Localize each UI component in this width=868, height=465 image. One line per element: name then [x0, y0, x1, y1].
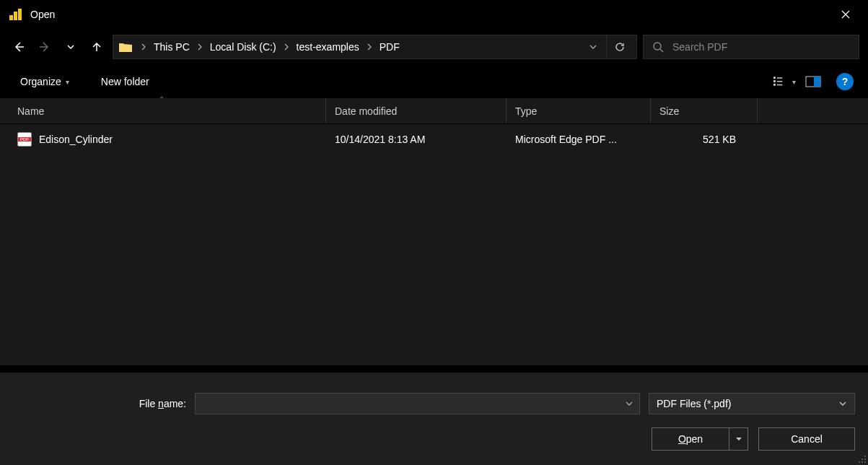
caret-down-icon: ▾ [792, 78, 796, 86]
svg-rect-13 [814, 77, 820, 87]
new-folder-button[interactable]: New folder [95, 73, 155, 90]
svg-point-5 [654, 43, 661, 50]
caret-down-icon: ▾ [66, 78, 69, 86]
filename-combobox[interactable] [195, 393, 640, 414]
address-dropdown[interactable] [583, 43, 603, 51]
filename-label: File name: [13, 398, 186, 409]
svg-rect-6 [773, 77, 776, 79]
chevron-right-icon[interactable] [196, 43, 204, 51]
column-header-size[interactable]: Size [651, 98, 758, 123]
file-name: Edison_Cylinder [39, 134, 113, 145]
forward-button[interactable] [35, 37, 55, 57]
search-input[interactable] [672, 41, 850, 53]
chevron-down-icon[interactable] [625, 399, 634, 408]
filter-label: PDF Files (*.pdf) [657, 398, 731, 409]
file-type-filter[interactable]: PDF Files (*.pdf) [649, 393, 855, 414]
file-date: 10/14/2021 8:13 AM [326, 134, 507, 145]
filename-input[interactable] [201, 398, 634, 409]
resize-grip-icon[interactable] [858, 455, 867, 464]
search-box[interactable] [643, 35, 859, 59]
svg-point-19 [859, 461, 860, 463]
file-size: 521 KB [651, 134, 758, 145]
file-name-cell: PDF Edison_Cylinder [0, 132, 326, 147]
cancel-button[interactable]: Cancel [758, 427, 855, 451]
breadcrumb-segment[interactable]: This PC [151, 35, 193, 58]
column-header-type[interactable]: Type [507, 98, 651, 123]
svg-rect-8 [773, 84, 776, 86]
column-header-date[interactable]: Date modified [326, 98, 507, 123]
title-bar: Open [0, 0, 868, 29]
address-bar[interactable]: This PC Local Disk (C:) test-examples PD… [113, 35, 637, 59]
refresh-button[interactable] [606, 35, 632, 58]
svg-point-17 [864, 461, 866, 463]
chevron-right-icon[interactable] [282, 43, 291, 51]
chevron-right-icon[interactable] [365, 43, 374, 51]
svg-point-14 [864, 456, 866, 457]
sort-indicator-icon: ⌃ [159, 95, 165, 103]
chevron-down-icon [838, 399, 847, 408]
open-button[interactable]: Open [652, 427, 729, 451]
organize-button[interactable]: Organize ▾ [14, 73, 75, 90]
svg-rect-4 [9, 15, 13, 20]
svg-rect-10 [777, 81, 783, 82]
chevron-right-icon[interactable] [139, 43, 148, 51]
footer: File name: PDF Files (*.pdf) Open Cancel [0, 373, 868, 465]
help-label: ? [842, 76, 849, 87]
help-button[interactable]: ? [836, 73, 854, 90]
organize-label: Organize [20, 76, 61, 87]
breadcrumb-segment[interactable]: PDF [377, 35, 403, 58]
column-headers: Name ⌃ Date modified Type Size [0, 98, 868, 124]
file-list: Name ⌃ Date modified Type Size PDF Ediso… [0, 98, 868, 365]
svg-point-16 [862, 459, 863, 460]
back-button[interactable] [9, 37, 29, 57]
breadcrumb-segment[interactable]: test-examples [294, 35, 362, 58]
svg-point-15 [864, 459, 866, 460]
view-options-button[interactable]: ▾ [773, 71, 796, 92]
file-row[interactable]: PDF Edison_Cylinder 10/14/2021 8:13 AM M… [0, 124, 868, 155]
column-header-spacer [758, 98, 868, 123]
breadcrumb-segment[interactable]: Local Disk (C:) [207, 35, 279, 58]
search-icon [652, 41, 664, 53]
recent-locations-button[interactable] [61, 37, 81, 57]
svg-rect-11 [777, 84, 783, 85]
svg-point-18 [862, 461, 863, 463]
new-folder-label: New folder [101, 76, 149, 87]
toolbar: Organize ▾ New folder ▾ ? [0, 65, 868, 98]
svg-rect-2 [18, 9, 22, 20]
svg-rect-9 [777, 77, 783, 78]
pdf-file-icon: PDF [17, 132, 32, 147]
svg-rect-7 [773, 80, 776, 82]
preview-pane-button[interactable] [802, 71, 825, 92]
window-title: Open [30, 9, 55, 20]
open-dropdown-button[interactable] [729, 427, 748, 451]
app-icon [9, 8, 22, 21]
folder-icon [118, 39, 133, 55]
nav-row: This PC Local Disk (C:) test-examples PD… [0, 29, 868, 65]
open-split-button: Open [652, 427, 748, 451]
svg-rect-3 [14, 12, 17, 20]
close-button[interactable] [829, 3, 862, 26]
column-header-name[interactable]: Name ⌃ [0, 98, 326, 123]
up-button[interactable] [87, 37, 107, 57]
file-type: Microsoft Edge PDF ... [507, 134, 651, 145]
